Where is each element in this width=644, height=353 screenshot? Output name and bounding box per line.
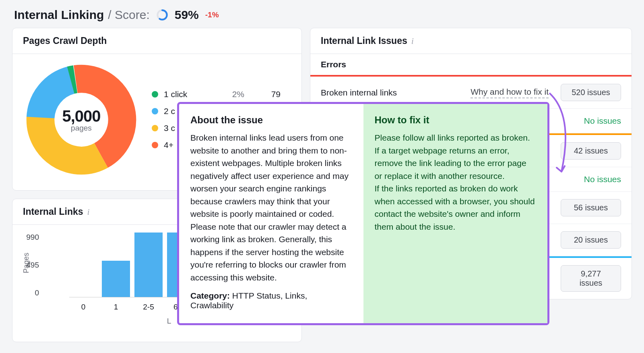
issue-name[interactable]: Broken internal links [321, 88, 462, 98]
issues-title: Internal Link Issues [321, 35, 407, 46]
annotation-arrow-icon [545, 91, 582, 184]
issue-count-button[interactable]: 20 issues [561, 231, 621, 249]
bar[interactable] [102, 261, 130, 297]
tooltip-fix-text: Please follow all links reported as brok… [375, 131, 537, 233]
info-icon[interactable]: i [87, 207, 90, 217]
tooltip-fix-heading: How to fix it [375, 114, 537, 126]
score-label: / Score: [108, 8, 149, 22]
info-icon[interactable]: i [411, 36, 414, 46]
score-ring-icon [156, 9, 168, 21]
legend-item[interactable]: 1 click2%79 [152, 89, 281, 99]
internal-links-title: Internal Links [23, 206, 83, 217]
donut-total: 5,000 [62, 107, 100, 125]
page-header: Internal Linking / Score: 59% -1% [0, 0, 644, 28]
x-axis-label: L [167, 317, 171, 326]
bar[interactable] [134, 233, 163, 297]
issue-tooltip: About the issue Broken internal links le… [177, 102, 549, 325]
crawl-depth-title: Pages Crawl Depth [12, 28, 301, 54]
issue-count-button[interactable]: 9,277 issues [561, 265, 621, 292]
why-fix-link[interactable]: Why and how to fix it [471, 87, 549, 98]
crawl-depth-donut[interactable]: 5,000 pages [23, 61, 140, 178]
tooltip-about-heading: About the issue [190, 114, 352, 126]
score-delta: -1% [205, 10, 219, 19]
tooltip-about-text: Broken internal links lead users from on… [190, 131, 352, 284]
score-percent: 59% [175, 8, 199, 22]
page-title: Internal Linking [14, 8, 104, 22]
errors-section: Errors [310, 54, 632, 77]
issue-count-button[interactable]: 56 issues [561, 199, 621, 216]
tooltip-category: Category: HTTP Status, Links, Crawlabili… [190, 291, 352, 310]
